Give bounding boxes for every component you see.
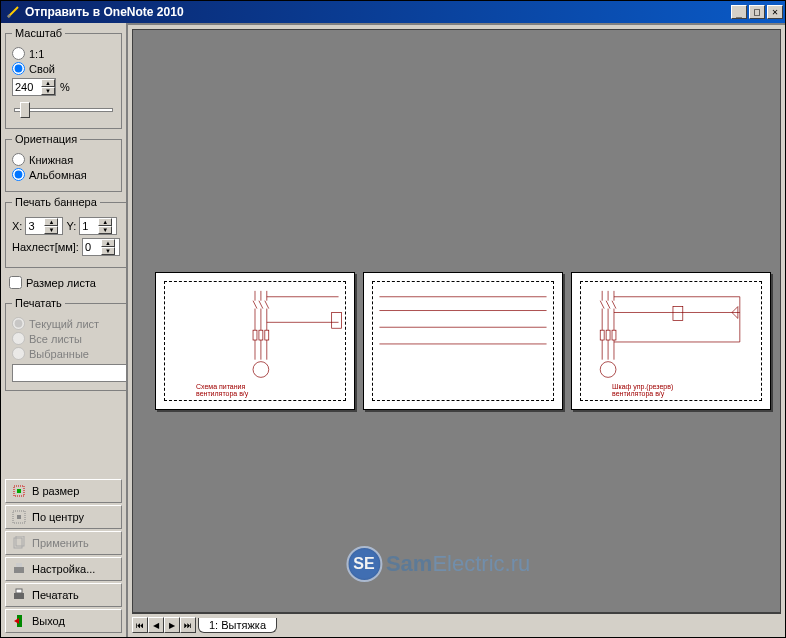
scale-1to1-label: 1:1	[29, 48, 44, 60]
landscape-label: Альбомная	[29, 169, 87, 181]
svg-point-45	[600, 362, 616, 378]
svg-rect-41	[612, 330, 616, 340]
y-label: Y:	[66, 220, 76, 232]
window-title: Отправить в OneNote 2010	[25, 5, 731, 19]
svg-rect-39	[600, 330, 604, 340]
svg-point-1	[8, 15, 11, 18]
y-input[interactable]	[80, 218, 98, 234]
maximize-button[interactable]: □	[749, 5, 765, 19]
preview-pages: Схема питаниявентилятора в/у	[155, 272, 771, 410]
page-1: Схема питаниявентилятора в/у	[155, 272, 355, 410]
page-caption: Шкаф упр.(резерв)вентилятора в/у	[612, 383, 673, 397]
banner-group: Печать баннера X: ▲▼ Y: ▲▼ Нахлест[мм]:	[5, 196, 127, 268]
page-3: Шкаф упр.(резерв)вентилятора в/у	[571, 272, 771, 410]
x-input[interactable]	[26, 218, 44, 234]
watermark-badge-icon: SE	[346, 546, 382, 582]
titlebar: Отправить в OneNote 2010 _ □ ✕	[1, 1, 785, 23]
svg-point-25	[253, 362, 269, 378]
sidebar-toolbar: В размер По центру Применить Настройка..…	[5, 479, 122, 633]
preview-canvas[interactable]: Схема питаниявентилятора в/у	[132, 29, 781, 613]
sidebar: Масштаб 1:1 Свой ▲▼ %	[1, 23, 126, 637]
scale-1to1-radio[interactable]	[12, 47, 25, 60]
tab-first-button[interactable]: ⏮	[132, 617, 148, 633]
overlap-spinner[interactable]: ▲▼	[82, 238, 120, 256]
svg-rect-28	[332, 312, 342, 328]
percent-label: %	[60, 81, 70, 93]
fit-button[interactable]: В размер	[5, 479, 122, 503]
exit-button[interactable]: Выход	[5, 609, 122, 633]
svg-rect-8	[14, 567, 24, 573]
overlap-label: Нахлест[мм]:	[12, 241, 79, 253]
landscape-radio[interactable]	[12, 168, 25, 181]
window-buttons: _ □ ✕	[731, 5, 783, 19]
svg-rect-21	[265, 330, 269, 340]
tab-next-button[interactable]: ▶	[164, 617, 180, 633]
apply-icon	[11, 535, 27, 551]
svg-rect-5	[17, 515, 21, 519]
watermark: SE SamElectric.ru	[346, 546, 530, 582]
spin-up[interactable]: ▲	[41, 79, 55, 87]
orientation-legend: Ориетнация	[12, 133, 80, 145]
scale-value-spinner[interactable]: ▲▼	[12, 78, 56, 96]
tab-nav: ⏮ ◀ ▶ ⏭	[132, 617, 196, 633]
print-current-label: Текущий лист	[29, 318, 99, 330]
tab-prev-button[interactable]: ◀	[148, 617, 164, 633]
portrait-radio[interactable]	[12, 153, 25, 166]
preview-area: ?	[126, 23, 785, 637]
tab-strip: ⏮ ◀ ▶ ⏭ 1: Вытяжка	[132, 613, 781, 633]
center-icon	[11, 509, 27, 525]
sheet-size-checkbox[interactable]	[9, 276, 22, 289]
minimize-button[interactable]: _	[731, 5, 747, 19]
print-selected-label: Выбранные	[29, 348, 89, 360]
page-caption: Схема питаниявентилятора в/у	[196, 383, 248, 397]
print-button[interactable]: Печатать	[5, 583, 122, 607]
page-2	[363, 272, 563, 410]
svg-rect-40	[606, 330, 610, 340]
app-window: Отправить в OneNote 2010 _ □ ✕ Масштаб 1…	[0, 0, 786, 638]
overlap-input[interactable]	[83, 239, 101, 255]
scale-slider[interactable]	[12, 100, 115, 120]
y-spinner[interactable]: ▲▼	[79, 217, 117, 235]
spin-down[interactable]: ▼	[41, 87, 55, 95]
svg-rect-19	[253, 330, 257, 340]
svg-rect-9	[16, 563, 22, 567]
fit-icon	[11, 483, 27, 499]
print-selected-radio	[12, 347, 25, 360]
center-button[interactable]: По центру	[5, 505, 122, 529]
sheet-size-label: Размер листа	[26, 277, 96, 289]
scale-legend: Масштаб	[12, 27, 65, 39]
svg-rect-48	[673, 307, 683, 321]
x-label: X:	[12, 220, 22, 232]
svg-rect-3	[17, 489, 21, 493]
print-current-radio	[12, 317, 25, 330]
print-all-radio	[12, 332, 25, 345]
svg-rect-20	[259, 330, 263, 340]
client-area: Масштаб 1:1 Свой ▲▼ %	[1, 23, 785, 637]
printer-icon	[11, 587, 27, 603]
settings-button[interactable]: Настройка...	[5, 557, 122, 581]
printer-settings-icon	[11, 561, 27, 577]
scale-value-input[interactable]	[13, 79, 41, 95]
orientation-group: Ориетнация Книжная Альбомная	[5, 133, 122, 192]
svg-rect-10	[14, 593, 24, 599]
scale-group: Масштаб 1:1 Свой ▲▼ %	[5, 27, 122, 129]
tab-1[interactable]: 1: Вытяжка	[198, 618, 277, 633]
tab-last-button[interactable]: ⏭	[180, 617, 196, 633]
apply-button: Применить	[5, 531, 122, 555]
portrait-label: Книжная	[29, 154, 73, 166]
x-spinner[interactable]: ▲▼	[25, 217, 63, 235]
close-button[interactable]: ✕	[767, 5, 783, 19]
scale-custom-label: Свой	[29, 63, 55, 75]
scale-custom-radio[interactable]	[12, 62, 25, 75]
exit-icon	[11, 613, 27, 629]
print-all-label: Все листы	[29, 333, 82, 345]
svg-rect-11	[16, 589, 22, 593]
print-legend: Печатать	[12, 297, 65, 309]
banner-legend: Печать баннера	[12, 196, 100, 208]
app-icon	[5, 4, 21, 20]
